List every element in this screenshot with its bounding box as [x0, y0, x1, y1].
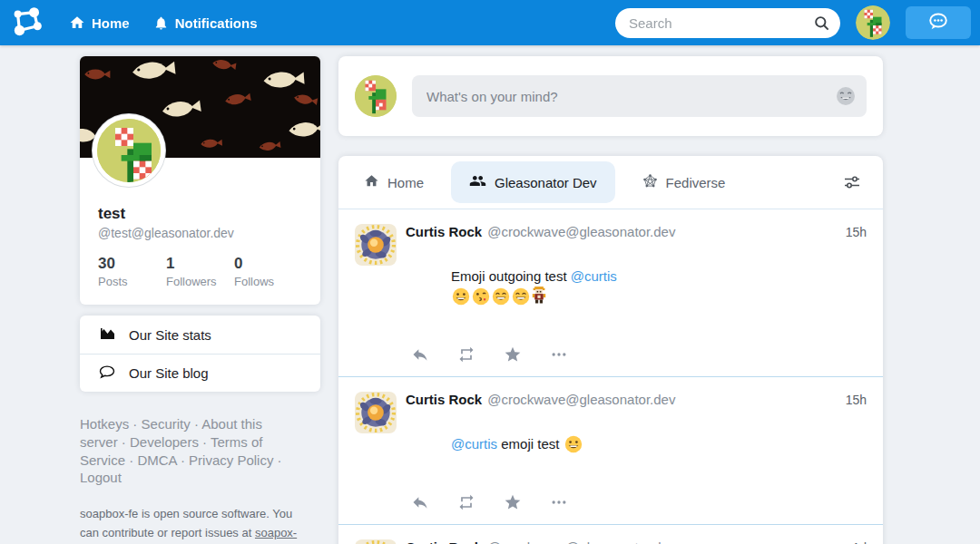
- emoji-beaming-face-icon: [492, 287, 510, 312]
- reply-icon[interactable]: [411, 493, 429, 511]
- timeline-tabs: Home Gleasonator Dev: [338, 156, 883, 209]
- search-bar: [615, 8, 840, 38]
- footer-link-hotkeys[interactable]: Hotkeys: [80, 416, 129, 432]
- post-author-handle: @crockwave@gleasonator.dev: [487, 539, 675, 544]
- separator: ·: [118, 434, 130, 450]
- post-actions: [411, 345, 867, 364]
- favourite-star-icon[interactable]: [504, 493, 522, 511]
- fediverse-icon: [642, 173, 658, 191]
- post-author-name[interactable]: Curtis Rock: [406, 392, 482, 407]
- stat-followers[interactable]: 1 Followers: [166, 255, 234, 288]
- separator: ·: [125, 452, 137, 468]
- mention-link[interactable]: @curtis: [571, 268, 617, 284]
- footer-link-privacy[interactable]: Privacy Policy: [189, 452, 273, 468]
- post: Curtis Rock @crockwave@gleasonator.dev 1…: [338, 524, 883, 544]
- sidebar: test @test@gleasonator.dev 30 Posts 1 Fo…: [80, 56, 320, 544]
- post-author-avatar[interactable]: [355, 392, 397, 433]
- page-content: test @test@gleasonator.dev 30 Posts 1 Fo…: [0, 0, 980, 544]
- timeline-settings-icon[interactable]: [843, 173, 861, 191]
- nav-home-label: Home: [92, 15, 130, 31]
- group-icon: [469, 172, 486, 192]
- chats-button[interactable]: [906, 6, 971, 39]
- stat-posts[interactable]: 30 Posts: [98, 255, 166, 288]
- reply-icon[interactable]: [411, 345, 429, 364]
- post-author-handle: @crockwave@gleasonator.dev: [487, 392, 675, 407]
- repost-icon[interactable]: [457, 345, 475, 364]
- search-icon[interactable]: [813, 15, 830, 35]
- footer-link-security[interactable]: Security: [142, 416, 191, 432]
- emoji-picker-icon[interactable]: [836, 86, 856, 110]
- more-options-icon[interactable]: [550, 493, 568, 511]
- post-content: @curtis emoji test: [406, 413, 867, 480]
- emoji-custom-pixel-sprite-icon: [532, 287, 546, 312]
- post-timestamp[interactable]: 15h: [846, 393, 867, 407]
- top-navbar: Home Notifications: [0, 0, 980, 45]
- stat-follows[interactable]: 0 Follows: [234, 255, 302, 288]
- area-chart-icon: [98, 325, 116, 345]
- chat-bubble-icon: [926, 11, 950, 35]
- more-options-icon[interactable]: [550, 345, 568, 364]
- menu-item-label: Our Site stats: [129, 327, 211, 343]
- post-author-handle: @crockwave@gleasonator.dev: [487, 224, 675, 239]
- composer: [338, 56, 883, 136]
- emoji-grinning-face-icon: [564, 435, 583, 460]
- post: Curtis Rock @crockwave@gleasonator.dev 1…: [338, 209, 883, 376]
- site-menu: Our Site stats Our Site blog: [80, 316, 320, 392]
- tab-gleasonator-dev[interactable]: Gleasonator Dev: [451, 161, 615, 203]
- mention-link[interactable]: @curtis: [451, 436, 497, 452]
- footer-link-developers[interactable]: Developers: [130, 434, 199, 450]
- footer-link-logout[interactable]: Logout: [80, 470, 122, 485]
- about-software-text: soapbox-fe is open source software. You …: [80, 505, 310, 544]
- tab-home[interactable]: Home: [360, 173, 427, 191]
- emoji-face-blowing-kiss-icon: [472, 287, 490, 312]
- separator: ·: [129, 416, 141, 432]
- emoji-beaming-face-icon: [512, 287, 530, 312]
- profile-avatar[interactable]: [93, 114, 165, 187]
- post-timestamp[interactable]: 15h: [846, 225, 867, 239]
- footer-link-dmca[interactable]: DMCA: [137, 452, 176, 468]
- separator: ·: [273, 452, 281, 468]
- post-author-avatar[interactable]: [355, 224, 397, 266]
- user-avatar[interactable]: [856, 5, 890, 40]
- separator: ·: [191, 416, 202, 432]
- main-column: Home Gleasonator Dev: [338, 56, 883, 544]
- separator: ·: [177, 452, 189, 468]
- app-logo-icon[interactable]: [9, 6, 45, 39]
- nav-notifications[interactable]: Notifications: [153, 15, 258, 31]
- post-author-name[interactable]: Curtis Rock: [406, 539, 482, 544]
- post-timestamp[interactable]: 1d: [852, 540, 867, 544]
- post-actions: [411, 493, 867, 511]
- post-author-name[interactable]: Curtis Rock: [406, 224, 482, 239]
- home-icon: [364, 173, 379, 191]
- profile-card: test @test@gleasonator.dev 30 Posts 1 Fo…: [80, 56, 320, 305]
- menu-item-site-blog[interactable]: Our Site blog: [80, 354, 320, 392]
- timeline: Home Gleasonator Dev: [338, 156, 883, 544]
- composer-avatar[interactable]: [355, 75, 397, 117]
- post-content: Emoji outgoing test @curtis: [406, 246, 867, 332]
- speech-bubble-icon: [98, 363, 116, 384]
- composer-input[interactable]: [412, 75, 867, 117]
- menu-item-site-stats[interactable]: Our Site stats: [80, 316, 320, 354]
- bell-icon: [153, 15, 169, 31]
- menu-item-label: Our Site blog: [129, 365, 209, 381]
- profile-display-name[interactable]: test: [98, 205, 302, 223]
- footer-links: Hotkeys · Security · About this server ·…: [80, 415, 290, 487]
- home-icon: [69, 15, 85, 31]
- nav-notifications-label: Notifications: [175, 15, 258, 31]
- search-input[interactable]: [615, 8, 840, 38]
- post-author-avatar[interactable]: [355, 539, 397, 544]
- repost-icon[interactable]: [457, 493, 475, 511]
- profile-stats: 30 Posts 1 Followers 0 Follows: [80, 240, 320, 288]
- emoji-grinning-face-icon: [452, 287, 470, 312]
- separator: ·: [199, 434, 211, 450]
- post: Curtis Rock @crockwave@gleasonator.dev 1…: [338, 376, 883, 524]
- nav-home[interactable]: Home: [69, 15, 130, 31]
- favourite-star-icon[interactable]: [504, 345, 522, 364]
- tab-fediverse[interactable]: Fediverse: [639, 173, 730, 191]
- profile-handle: @test@gleasonator.dev: [98, 226, 302, 240]
